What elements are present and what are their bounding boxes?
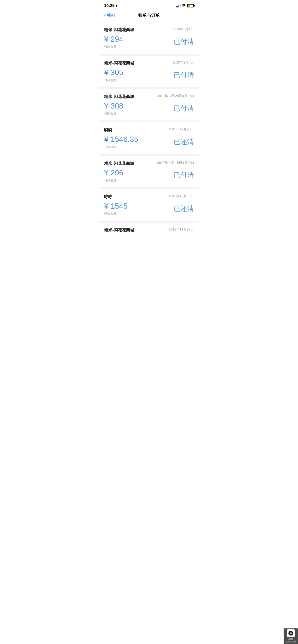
section-divider: [99, 120, 199, 122]
signal-icon: [176, 4, 181, 8]
page-title: 账单与订单: [123, 12, 175, 18]
bill-status: 已还清: [174, 204, 194, 213]
bill-amount: ¥ 1545: [104, 202, 128, 210]
bill-status: 已付清: [174, 71, 194, 80]
section-divider: [99, 221, 199, 222]
merchant-name: 糯米-闪花花商城: [104, 94, 134, 100]
bill-date: 2019年12月28日 (共2次): [157, 94, 194, 98]
merchant-name: 瞬瞬: [104, 127, 112, 133]
amount-label: 付款金额: [104, 44, 123, 49]
bill-item-7[interactable]: 糯米-闪花花商城 2019年11月27日: [99, 222, 199, 237]
amount-label: 还款金额: [104, 212, 128, 216]
nav-bar: ‹ 关闭 账单与订单: [99, 10, 199, 22]
back-button[interactable]: ‹ 关闭: [104, 13, 123, 18]
bill-date: 2019年12月28日: [169, 127, 194, 132]
bill-item-1[interactable]: 糯米-闪花花商城 2020年2月4日 ¥ 294 付款金额 已付清: [99, 22, 199, 54]
merchant-name: 糯米-闪花花商城: [104, 27, 134, 32]
bill-item-2[interactable]: 糯米-闪花花商城 2020年2月4日 ¥ 305 付款金额 已付清: [99, 56, 199, 87]
time-display: 10:25: [104, 3, 114, 8]
bill-amount: ¥ 294: [104, 34, 123, 44]
amount-label: 还款金额: [104, 145, 138, 149]
section-divider: [99, 154, 199, 156]
bill-date: 2019年11月27日: [169, 227, 194, 232]
amount-label: 付款金额: [104, 112, 123, 116]
bill-status: 已还清: [174, 137, 194, 146]
bill-date: 2020年2月4日: [173, 60, 194, 65]
merchant-name: 哼哼: [104, 194, 112, 200]
bill-item-5[interactable]: 糯米-闪花花商城 2019年12月18日 (共2次) ¥ 296 付款金额 已付…: [99, 156, 199, 187]
bill-status: 已付清: [174, 104, 194, 113]
bill-amount: ¥ 305: [104, 68, 123, 77]
status-time: 10:25 ➤: [104, 3, 118, 8]
amount-label: 付款金额: [104, 78, 123, 82]
bill-date: 2019年12月18日: [169, 194, 194, 198]
status-bar: 10:25 ➤: [99, 0, 199, 10]
merchant-name: 糯米-闪花花商城: [104, 60, 134, 66]
section-divider: [99, 54, 199, 56]
merchant-name: 糯米-闪花花商城: [104, 161, 134, 166]
back-label: 关闭: [107, 13, 115, 18]
bill-status: 已付清: [174, 37, 194, 46]
merchant-name: 糯米-闪花花商城: [104, 227, 134, 233]
section-divider: [99, 87, 199, 89]
bill-amount: ¥ 308: [104, 101, 123, 110]
bill-amount: ¥ 296: [104, 168, 123, 177]
amount-label: 付款金额: [104, 178, 123, 182]
bill-date: 2020年2月4日: [173, 27, 194, 32]
section-divider: [99, 187, 199, 189]
bill-date: 2019年12月18日 (共2次): [157, 161, 194, 165]
back-arrow-icon: ‹: [104, 12, 106, 18]
bill-item-6[interactable]: 哼哼 2019年12月18日 ¥ 1545 还款金额 已还清: [99, 189, 199, 221]
bill-list: 糯米-闪花花商城 2020年2月4日 ¥ 294 付款金额 已付清 糯米-闪花花…: [99, 22, 199, 237]
wifi-icon: [182, 4, 186, 8]
bill-amount: ¥ 1546.35: [104, 135, 138, 144]
bill-status: 已付清: [174, 171, 194, 180]
bill-item-3[interactable]: 糯米-闪花花商城 2019年12月28日 (共2次) ¥ 308 付款金额 已付…: [99, 89, 199, 120]
status-icons: [176, 4, 194, 8]
location-arrow-icon: ➤: [115, 4, 118, 8]
bill-item-4[interactable]: 瞬瞬 2019年12月28日 ¥ 1546.35 还款金额 已还清: [99, 122, 199, 154]
battery-icon: [187, 4, 194, 8]
